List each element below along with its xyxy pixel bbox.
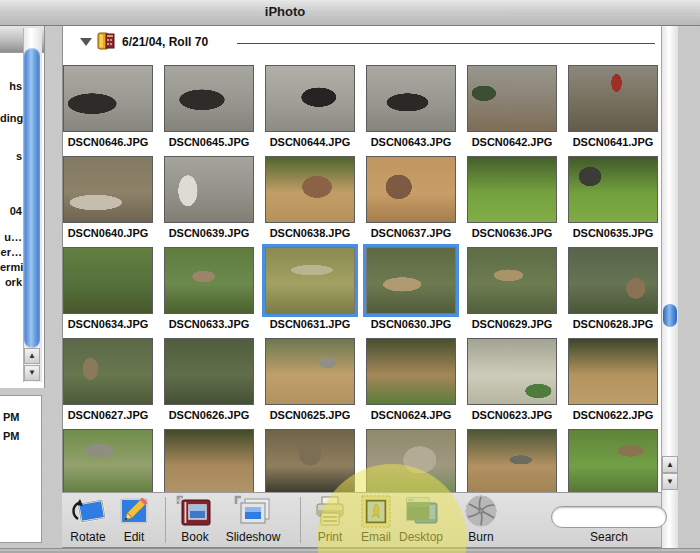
roll-title[interactable]: 6/21/04, Roll 70 xyxy=(122,35,208,49)
photo-thumbnail[interactable] xyxy=(366,247,456,314)
photo-thumbnail[interactable] xyxy=(164,429,254,496)
email-icon xyxy=(359,495,393,529)
window-bottom-edge xyxy=(0,548,700,553)
photo-thumbnail[interactable] xyxy=(63,429,153,496)
source-item-fragment[interactable]: s xyxy=(0,150,22,162)
photo-thumbnail[interactable] xyxy=(63,338,153,405)
slideshow-button[interactable]: Slideshow xyxy=(218,495,288,544)
photo-thumbnail[interactable] xyxy=(366,65,456,132)
photo-cell: DSCN0624.JPG xyxy=(366,338,456,421)
photo-filename: DSCN0625.JPG xyxy=(265,409,355,421)
photo-filename: DSCN0633.JPG xyxy=(164,318,254,330)
main-scrollbar-thumb[interactable] xyxy=(663,304,677,327)
search-area: Search xyxy=(550,506,668,544)
photo-cell: DSCN0641.JPG xyxy=(568,65,658,148)
photo-thumbnail[interactable] xyxy=(164,156,254,223)
photo-filename: DSCN0624.JPG xyxy=(366,409,456,421)
window-title: iPhoto xyxy=(215,4,355,19)
photo-cell: DSCN0637.JPG xyxy=(366,156,456,239)
book-icon xyxy=(175,495,215,529)
photo-filename: DSCN0641.JPG xyxy=(568,136,658,148)
source-item-fragment[interactable]: hs xyxy=(0,80,22,92)
desktop-button[interactable]: Desktop xyxy=(390,495,452,544)
photo-thumbnail[interactable] xyxy=(265,65,355,132)
title-bar[interactable]: iPhoto xyxy=(0,0,700,26)
photo-filename: DSCN0623.JPG xyxy=(467,409,557,421)
photo-thumbnail[interactable] xyxy=(568,65,658,132)
photo-filename: DSCN0644.JPG xyxy=(265,136,355,148)
photo-thumbnail[interactable] xyxy=(568,247,658,314)
burn-label: Burn xyxy=(453,530,509,544)
edit-button[interactable]: Edit xyxy=(106,495,162,544)
photo-cell: DSCN0628.JPG xyxy=(568,247,658,330)
photo-cell: DSCN0622.JPG xyxy=(568,338,658,421)
photo-cell: DSCN0643.JPG xyxy=(366,65,456,148)
main-scroll-down-arrow[interactable]: ▼ xyxy=(662,473,678,490)
burn-button[interactable]: Burn xyxy=(453,495,509,544)
main-scroll-up-arrow[interactable]: ▲ xyxy=(662,456,678,473)
slideshow-icon xyxy=(233,495,273,529)
sidebar-scrollbar-thumb[interactable] xyxy=(24,48,40,348)
photo-filename: DSCN0635.JPG xyxy=(568,227,658,239)
search-input[interactable] xyxy=(551,506,667,528)
photo-thumbnail[interactable] xyxy=(265,338,355,405)
book-button[interactable]: Book xyxy=(167,495,223,544)
photo-cell: DSCN0630.JPG xyxy=(366,247,456,330)
toolbar-separator xyxy=(165,497,166,543)
photo-filename: DSCN0643.JPG xyxy=(366,136,456,148)
photo-cell: DSCN0639.JPG xyxy=(164,156,254,239)
photo-cell: DSCN0626.JPG xyxy=(164,338,254,421)
photo-thumbnail[interactable] xyxy=(63,65,153,132)
photo-filename: DSCN0640.JPG xyxy=(63,227,153,239)
photo-thumbnail[interactable] xyxy=(164,338,254,405)
photo-filename: DSCN0630.JPG xyxy=(366,318,456,330)
photo-cell: DSCN0625.JPG xyxy=(265,338,355,421)
toolbar-separator xyxy=(300,497,301,543)
photo-thumbnail[interactable] xyxy=(164,65,254,132)
edit-icon xyxy=(116,495,152,529)
sidebar-scroll-down-arrow[interactable]: ▼ xyxy=(24,365,40,381)
disclosure-triangle-icon[interactable] xyxy=(80,38,92,46)
photo-thumbnail[interactable] xyxy=(467,156,557,223)
sidebar-scroll-up-arrow[interactable]: ▲ xyxy=(24,348,40,364)
iphoto-window: iPhoto hs ding s 04 u… er… ermit ork ▲ ▼… xyxy=(0,0,700,553)
photo-thumbnail[interactable] xyxy=(265,156,355,223)
photo-thumbnail[interactable] xyxy=(366,429,456,496)
photo-filename: DSCN0646.JPG xyxy=(63,136,153,148)
photo-thumbnail[interactable] xyxy=(568,338,658,405)
search-label: Search xyxy=(550,530,668,544)
desktop-label: Desktop xyxy=(390,530,452,544)
photo-cell: DSCN0638.JPG xyxy=(265,156,355,239)
photo-thumbnail[interactable] xyxy=(265,247,355,314)
source-item-fragment[interactable]: u… xyxy=(0,231,22,243)
source-item-fragment[interactable]: ermit xyxy=(0,261,22,273)
edit-label: Edit xyxy=(106,530,162,544)
photo-thumbnail[interactable] xyxy=(467,247,557,314)
photo-thumbnail[interactable] xyxy=(63,156,153,223)
photo-cell: DSCN0640.JPG xyxy=(63,156,153,239)
photo-cell: DSCN0623.JPG xyxy=(467,338,557,421)
photo-filename: DSCN0622.JPG xyxy=(568,409,658,421)
photo-cell: DSCN0644.JPG xyxy=(265,65,355,148)
photo-thumbnail[interactable] xyxy=(366,156,456,223)
roll-divider-line xyxy=(237,43,655,44)
photo-thumbnail[interactable] xyxy=(467,65,557,132)
photo-thumbnail[interactable] xyxy=(467,338,557,405)
photo-thumbnail[interactable] xyxy=(568,429,658,496)
photo-thumbnail[interactable] xyxy=(467,429,557,496)
photo-thumbnail[interactable] xyxy=(63,247,153,314)
photo-thumbnail[interactable] xyxy=(366,338,456,405)
source-item-fragment[interactable]: er… xyxy=(0,246,22,258)
photo-thumbnail[interactable] xyxy=(265,429,355,496)
photo-thumbnail[interactable] xyxy=(568,156,658,223)
photo-thumbnail[interactable] xyxy=(164,247,254,314)
info-time-fragment: PM xyxy=(3,411,20,423)
photo-filename: DSCN0634.JPG xyxy=(63,318,153,330)
photo-cell: DSCN0635.JPG xyxy=(568,156,658,239)
source-item-fragment[interactable]: 04 xyxy=(0,205,22,217)
photo-cell: DSCN0629.JPG xyxy=(467,247,557,330)
source-item-fragment[interactable]: ding xyxy=(0,112,22,124)
photo-filename: DSCN0645.JPG xyxy=(164,136,254,148)
photo-cell: DSCN0646.JPG xyxy=(63,65,153,148)
source-item-fragment[interactable]: ork xyxy=(0,276,22,288)
